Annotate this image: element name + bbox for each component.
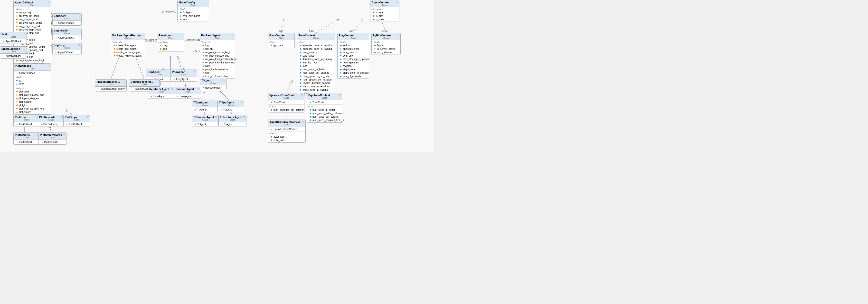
collapse-icon[interactable]: ▽ [366,34,368,36]
parent-icon: ◂ [150,95,153,98]
uml-box-pyplotcontext[interactable]: PyPlotContext▽Class/ Fields◆figure◆is_ju… [371,33,401,55]
uml-box-plotsteps[interactable]: PlotSteps▽Class◂PlotCallback [63,115,90,127]
uml-box-randomagent[interactable]: RandomAgent▽Class◂EasyAgent [174,87,201,99]
collapse-icon[interactable]: ▽ [48,65,50,67]
uml-box-tfagentsbackend[interactable]: TfAgentsBacken...▽Class◂BackendAgentFact… [95,79,127,91]
collapse-icon[interactable]: ▽ [215,101,217,104]
uml-box-tfppoagent[interactable]: TfPpoAgent▽Class◂TfAgent [217,100,244,112]
item-label: num_episodes [343,61,359,64]
collapse-icon[interactable]: ▽ [301,94,303,96]
collapse-icon[interactable]: ▽ [79,44,80,46]
uml-header-backendagentfactory: BackendAgentFactory▽Class [111,33,145,40]
uml-box-ppoagent[interactable]: PpoAgent▽Class◂EasyAgent [170,70,197,82]
uml-box-agentcritictraincontext[interactable]: AgentCriticTrainContext▽Class◂EpisodesTr… [268,119,306,143]
uml-header-randomagent: RandomAgent▽Class [175,87,201,94]
uml-item: ◂EpisodesTrainContext [269,127,304,131]
collapse-icon[interactable]: ▽ [243,116,245,118]
uml-item: ◆create_ppo_agent [112,47,144,51]
svg-line-28 [353,20,363,33]
collapse-icon[interactable]: ▽ [398,34,399,36]
uml-box-playcontext[interactable]: PlayContext▽Class/ Fields◆actions◆episod… [337,33,369,79]
uml-box-traincontext[interactable]: TrainContext▽Class/ Fields◆episodes_done… [297,33,335,96]
collapse-icon[interactable]: ▽ [241,101,243,104]
uml-box-fast[interactable]: Fast▽Class◂AgentCallback [0,32,27,44]
item-label: seed [183,18,188,21]
uml-item: ◆max_columns [373,51,399,54]
collapse-icon[interactable]: ▽ [48,1,50,4]
collapse-icon[interactable]: ▽ [156,81,158,83]
uml-box-tfagent[interactable]: TfAgent▽Class◂BackendAgent [200,78,226,90]
method-icon: ◆ [15,11,19,14]
uml-section-fields: / Fields◆actor_loss◆critic_loss [268,132,305,142]
item-label: log_api [205,48,213,50]
collapse-icon[interactable]: ▽ [61,116,63,118]
uml-item: ◆plot_text [14,104,50,107]
uml-section-parent: ◂TfAgent [219,122,246,127]
uml-box-plotcallback[interactable]: PlotCallback▽Class◂AgentCallback/ Fields… [13,63,51,115]
field-icon: ◆ [15,79,19,82]
collapse-icon[interactable]: ▽ [232,34,234,36]
uml-box-tfreinforceagent[interactable]: TfReinforceAgent▽Class◂TfAgent [218,115,246,127]
collapse-icon[interactable]: ▽ [87,116,89,118]
collapse-icon[interactable]: ▽ [339,94,341,96]
uml-section-fields: / Fields◆gym_env [268,40,294,48]
collapse-icon[interactable]: ▽ [194,71,196,73]
method-icon: ◆ [15,25,19,28]
uml-header-ppoagent: PpoAgent▽Class [171,70,197,77]
collapse-icon[interactable]: ▽ [142,34,144,36]
uml-box-logagent[interactable]: LogAgent▽Class◂AgentCallback [52,13,82,26]
uml-item: ◂TfAgent [220,122,245,126]
collapse-icon[interactable]: ▽ [303,121,304,123]
uml-box-plotsteprewards[interactable]: PlotStepRewards▽Class◂PlotCallback [38,133,66,145]
collapse-icon[interactable]: ▽ [63,134,65,136]
uml-box-tfrandomagent[interactable]: TfRandomAgent▽Class◂TfAgent [192,115,218,127]
uml-box-backendagentfactory[interactable]: BackendAgentFactory▽Class/ Methods◆creat… [111,33,145,58]
parent-icon: ◂ [219,108,223,111]
uml-item: ◂PlotCallback [14,140,39,144]
item-label: actions [343,44,351,47]
method-icon: ◆ [113,47,116,50]
uml-box-logstep[interactable]: LogStep▽Class◂AgentCallback [52,43,82,55]
uml-section-parent: ◂PlotCallback [13,122,40,127]
collapse-icon[interactable]: ▽ [24,48,25,50]
uml-box-easyagent[interactable]: EasyAgent▽Class/ Methods◆play◆train [157,33,184,52]
collapse-icon[interactable]: ▽ [396,1,398,4]
uml-box-episodestraincontext[interactable]: EpisodesTrainContext▽Class◂TrainContext/… [268,93,304,112]
uml-item: ◆create_dqn_agent [112,44,144,47]
uml-box-modelconfig[interactable]: ModelConfig▽Class/ Fields◆fc_layers◆gym_… [177,0,209,22]
uml-box-singleepisode[interactable]: SingleEpisode▽Class◂AgentCallback [0,46,27,59]
item-label: create_ppo_agent [116,48,136,50]
collapse-icon[interactable]: ▽ [332,34,333,36]
uml-box-dqntraincontext[interactable]: DqnTrainContext▽Class◂TrainContext/ Fiel… [307,93,342,123]
collapse-icon[interactable]: ▽ [79,15,80,17]
item-label: on_gym_reset_begin [19,22,42,24]
collapse-icon[interactable]: ▽ [24,33,25,35]
collapse-icon[interactable]: ▽ [172,88,173,90]
uml-box-plotloss[interactable]: PlotLoss▽Class◂PlotCallback [13,115,40,127]
field-icon: ◆ [339,61,342,64]
uml-item: ◂AgentCallback [14,71,50,75]
uml-box-reinforceagent[interactable]: ReinforceAgent▽Class◂EasyAgent [148,87,175,99]
uml-box-plotrewards[interactable]: PlotRewards▽Class◂PlotCallback [38,115,65,127]
uml-box-logiteration[interactable]: LogIteration▽Class◂AgentCallback [52,28,82,40]
uml-title-backendagent: BackendAgent [201,34,220,37]
collapse-icon[interactable]: ▽ [206,1,208,4]
collapse-icon[interactable]: ▽ [181,34,182,36]
collapse-icon[interactable]: ▽ [223,79,225,82]
item-label: AgentCallback [58,51,73,54]
method-icon: ◆ [202,75,205,78]
uml-header-reinforceagent: ReinforceAgent▽Class [148,87,175,94]
collapse-icon[interactable]: ▽ [291,34,293,36]
uml-title-plotloss: PlotLoss [15,116,26,118]
uml-box-plotactions[interactable]: PlotActions▽Class◂PlotCallback [13,133,40,145]
field-icon: ◆ [339,68,342,71]
collapse-icon[interactable]: ▽ [198,88,199,90]
collapse-icon[interactable]: ▽ [215,116,217,118]
collapse-icon[interactable]: ▽ [79,29,80,32]
uml-box-gymcontext[interactable]: GymContext▽Class/ Fields◆gym_env [268,33,295,48]
uml-box-tfdqnagent[interactable]: TfDqnAgent▽Class◂TfAgent [192,100,218,112]
collapse-icon[interactable]: ▽ [123,81,125,83]
svg-line-8 [66,110,72,115]
uml-box-backendagent[interactable]: BackendAgent▽Class/ Methods◆log◆log_api◆… [200,33,235,79]
uml-box-agentcontext[interactable]: AgentContext▽Class/ Properties◆is_eval◆i… [370,0,399,22]
